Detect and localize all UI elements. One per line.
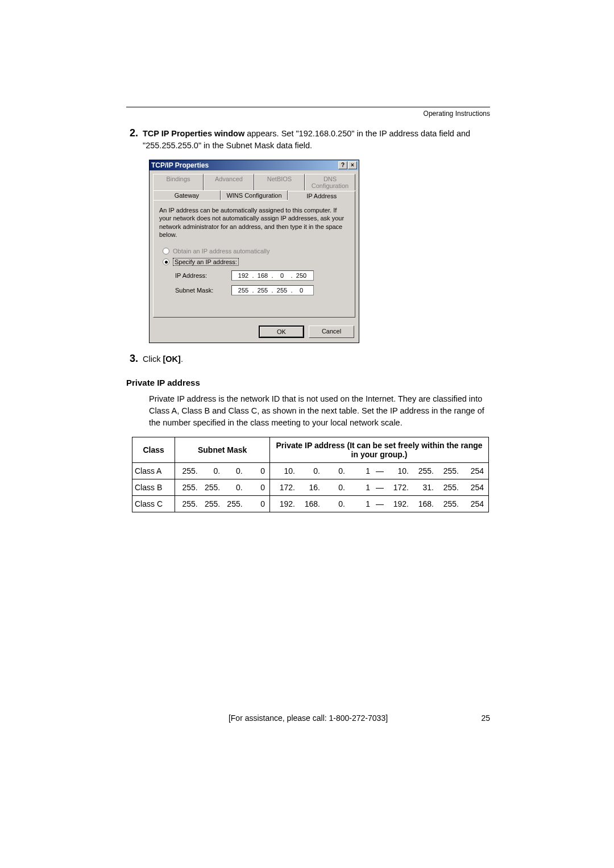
mask-part: 0. — [222, 483, 244, 492]
mask-part: 255. — [177, 499, 200, 508]
subnet-mask-label: Subnet Mask: — [175, 287, 223, 294]
page-footer: [For assistance, please call: 1-800-272-… — [126, 713, 490, 723]
radio-icon — [163, 248, 169, 254]
header-rule — [126, 107, 490, 107]
th-private-ip-range: Private IP address (It can be set freely… — [270, 437, 489, 463]
mask-part: 255. — [177, 483, 200, 492]
cell-ip-range: 10.0.0.1—10.255.255.254 — [270, 463, 489, 479]
range-part: 0. — [322, 466, 347, 475]
tab-gateway[interactable]: Gateway — [153, 190, 221, 200]
dialog-titlebar: TCP/IP Properties ? × — [150, 160, 359, 170]
ok-button[interactable]: OK — [259, 326, 304, 338]
range-part: 10. — [386, 466, 411, 475]
tab-panel-ip-address: An IP address can be automatically assig… — [153, 200, 355, 318]
mask-part: 0 — [245, 483, 267, 492]
range-part: 1 — [347, 483, 372, 492]
cell-class: Class C — [132, 496, 175, 512]
th-class: Class — [132, 437, 175, 463]
step-3-post: . — [181, 354, 183, 364]
th-subnet-mask: Subnet Mask — [175, 437, 270, 463]
cell-subnet-mask: 255.0.0.0 — [175, 463, 270, 479]
mask-part: 255. — [222, 499, 244, 508]
help-icon[interactable]: ? — [338, 161, 347, 169]
cell-class: Class A — [132, 463, 175, 479]
subnet-mask-row: Subnet Mask: 255. 255. 255. 0 — [175, 285, 349, 295]
mask-part: 0. — [200, 466, 222, 475]
range-part: 254 — [461, 499, 486, 508]
cell-ip-range: 172.16.0.1—172.31.255.254 — [270, 479, 489, 496]
range-part: 0. — [322, 483, 347, 492]
mask-part: 255. — [177, 466, 200, 475]
close-icon[interactable]: × — [348, 161, 357, 169]
mask-part: 0 — [245, 466, 267, 475]
range-part: 255. — [436, 483, 461, 492]
mask-octet-1[interactable]: 255 — [235, 287, 251, 294]
mask-octet-3[interactable]: 255 — [274, 287, 290, 294]
mask-part: 255. — [200, 499, 222, 508]
tab-wins-configuration[interactable]: WINS Configuration — [221, 190, 288, 200]
range-part: 192. — [386, 499, 411, 508]
cancel-button[interactable]: Cancel — [309, 326, 354, 338]
step-2-bold: TCP IP Properties window — [143, 129, 244, 138]
subnet-mask-field[interactable]: 255. 255. 255. 0 — [231, 285, 314, 295]
tab-advanced[interactable]: Advanced — [204, 174, 254, 190]
cell-class: Class B — [132, 479, 175, 496]
step-3-pre: Click — [143, 354, 163, 364]
dialog-description: An IP address can be automatically assig… — [159, 206, 349, 239]
ip-octet-1[interactable]: 192 — [235, 272, 251, 279]
cell-ip-range: 192.168.0.1—192.168.255.254 — [270, 496, 489, 512]
mask-part: 255. — [200, 483, 222, 492]
footer-page-number: 25 — [462, 713, 490, 723]
ip-octet-2[interactable]: 168 — [255, 272, 271, 279]
range-part: 255. — [436, 499, 461, 508]
range-part: 192. — [272, 499, 297, 508]
range-part: — — [372, 466, 386, 475]
cell-subnet-mask: 255.255.255.0 — [175, 496, 270, 512]
range-part: 254 — [461, 466, 486, 475]
step-3-body: Click [OK]. — [143, 353, 183, 365]
tab-ip-address[interactable]: IP Address — [288, 191, 355, 201]
range-part: 0. — [297, 466, 322, 475]
radio-obtain-auto[interactable]: Obtain an IP address automatically — [163, 248, 349, 254]
table-row: Class A255.0.0.010.0.0.1—10.255.255.254 — [132, 463, 489, 479]
ip-octet-3[interactable]: 0 — [274, 272, 290, 279]
range-part: 168. — [297, 499, 322, 508]
mask-octet-2[interactable]: 255 — [255, 287, 271, 294]
range-part: 0. — [322, 499, 347, 508]
range-part: 168. — [411, 499, 436, 508]
range-part: 10. — [272, 466, 297, 475]
ip-address-field[interactable]: 192. 168. 0. 250 — [231, 270, 314, 281]
tab-bindings[interactable]: Bindings — [153, 174, 204, 190]
range-part: — — [372, 499, 386, 508]
tcpip-properties-dialog: TCP/IP Properties ? × Bindings Advanced … — [149, 160, 359, 343]
mask-part: 0 — [245, 499, 267, 508]
mask-octet-4[interactable]: 0 — [293, 287, 309, 294]
section-heading-private-ip: Private IP address — [126, 378, 490, 387]
step-2: 2. TCP IP Properties window appears. Set… — [130, 128, 490, 152]
step-2-body: TCP IP Properties window appears. Set "1… — [143, 128, 490, 152]
footer-assistance: [For assistance, please call: 1-800-272-… — [155, 713, 462, 723]
header-label: Operating Instructions — [126, 110, 490, 118]
range-part: 255. — [436, 466, 461, 475]
range-part: 172. — [386, 483, 411, 492]
range-part: 1 — [347, 499, 372, 508]
radio-specify[interactable]: Specify an IP address: — [163, 258, 349, 266]
radio-obtain-auto-label: Obtain an IP address automatically — [173, 248, 269, 254]
section-paragraph: Private IP address is the network ID tha… — [149, 393, 490, 429]
dialog-title: TCP/IP Properties — [151, 161, 209, 169]
range-part: — — [372, 483, 386, 492]
range-part: 31. — [411, 483, 436, 492]
step-3-number: 3. — [130, 353, 138, 365]
ip-octet-4[interactable]: 250 — [293, 272, 309, 279]
ip-address-label: IP Address: — [175, 272, 223, 279]
step-3: 3. Click [OK]. — [130, 353, 490, 365]
range-part: 254 — [461, 483, 486, 492]
range-part: 16. — [297, 483, 322, 492]
radio-icon — [163, 258, 169, 265]
tab-dns-configuration[interactable]: DNS Configuration — [305, 174, 355, 190]
private-ip-table: Class Subnet Mask Private IP address (It… — [132, 437, 489, 512]
range-part: 1 — [347, 466, 372, 475]
range-part: 172. — [272, 483, 297, 492]
ip-address-row: IP Address: 192. 168. 0. 250 — [175, 270, 349, 281]
tab-netbios[interactable]: NetBIOS — [254, 174, 305, 190]
